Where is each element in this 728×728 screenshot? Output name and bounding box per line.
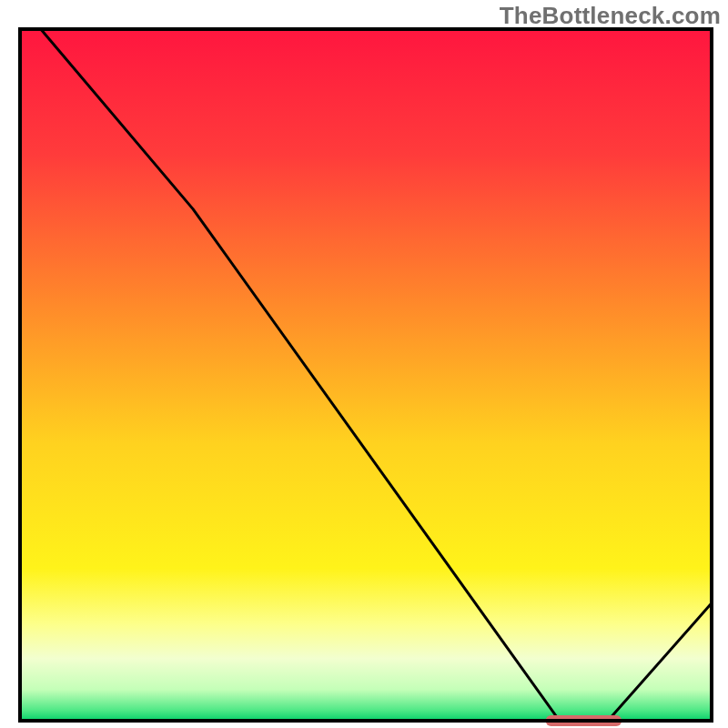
chart-plot xyxy=(0,0,728,728)
gradient-background xyxy=(20,29,712,721)
chart-container: TheBottleneck.com xyxy=(0,0,728,728)
